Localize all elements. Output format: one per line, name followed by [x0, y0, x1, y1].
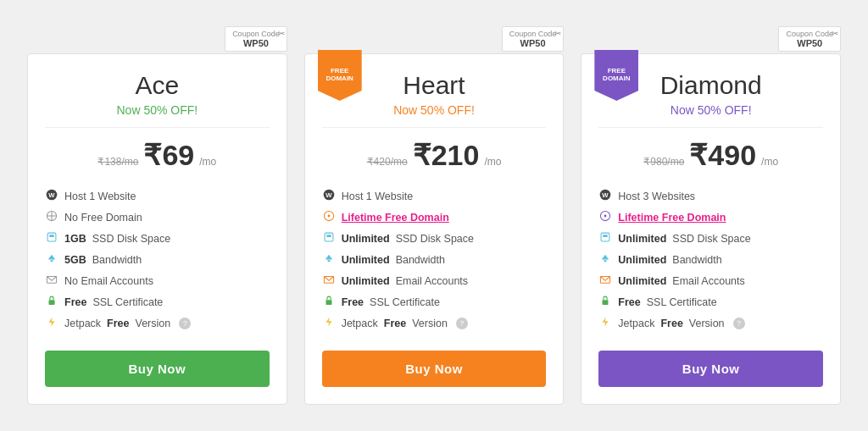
feature-text: SSD Disk Space: [672, 233, 750, 245]
feature-bold-text: Free: [342, 296, 364, 308]
coupon-banner-heart: Coupon CodeWP50✂: [502, 26, 565, 52]
svg-marker-11: [49, 317, 55, 326]
list-item: WHost 3 Websites: [598, 185, 823, 207]
ssl-icon: [322, 295, 336, 309]
bolt-icon: [322, 316, 336, 330]
features-list-diamond: WHost 3 WebsitesLifetime Free DomainUnli…: [598, 185, 823, 334]
list-item: Unlimited SSD Disk Space: [598, 228, 823, 249]
feature-bold-text: Free: [660, 318, 682, 329]
plan-wrapper-ace: Coupon CodeWP50✂AceNow 50% OFF!₹138/mo₹6…: [19, 26, 296, 405]
svg-rect-8: [51, 260, 53, 262]
badge-text: FREEDOMAIN: [326, 68, 353, 83]
no-globe-icon: [45, 210, 58, 224]
svg-marker-29: [602, 255, 609, 260]
plan-card-heart: FREEDOMAINHeartNow 50% OFF!₹420/mo₹210/m…: [304, 53, 565, 405]
feature-text: Host 1 Website: [64, 191, 136, 202]
wp-icon: W: [598, 189, 612, 203]
help-icon[interactable]: ?: [733, 318, 745, 329]
feature-text: Jetpack: [64, 318, 101, 329]
feature-text: Bandwidth: [672, 254, 721, 266]
feature-text: SSL Certificate: [370, 296, 440, 308]
buy-button-diamond[interactable]: Buy Now: [598, 351, 823, 387]
disk-icon: [598, 231, 612, 246]
coupon-code: WP50: [243, 38, 269, 48]
feature-text: Jetpack: [618, 318, 654, 329]
badge-text: FREEDOMAIN: [603, 68, 630, 83]
feature-bold-text: Unlimited: [342, 275, 390, 287]
feature-bold-text: Unlimited: [342, 254, 390, 266]
scissors-icon: ✂: [278, 29, 285, 38]
feature-text: Version: [412, 318, 448, 329]
list-item: Unlimited SSD Disk Space: [322, 228, 547, 249]
svg-point-15: [327, 215, 330, 218]
list-item: Lifetime Free Domain: [598, 207, 823, 228]
list-item: 1GB SSD Disk Space: [45, 228, 270, 249]
help-icon[interactable]: ?: [456, 318, 468, 329]
coupon-banner-diamond: Coupon CodeWP50✂: [778, 26, 841, 52]
list-item: Lifetime Free Domain: [322, 207, 547, 228]
coupon-label: Coupon Code: [509, 30, 557, 38]
svg-rect-28: [604, 235, 609, 237]
bw-icon: [45, 252, 58, 267]
coupon-code: WP50: [520, 38, 546, 48]
list-item: Jetpack Free Version?: [45, 312, 270, 334]
list-item: Unlimited Bandwidth: [598, 249, 823, 270]
svg-rect-32: [603, 300, 609, 305]
domain-purple-icon: [598, 210, 612, 224]
list-item: Free SSL Certificate: [45, 291, 270, 312]
feature-text-lifetime-domain: Lifetime Free Domain: [618, 212, 726, 224]
current-price-diamond: ₹490: [689, 138, 756, 172]
wp-icon: W: [322, 189, 336, 203]
feature-text: Host 1 Website: [342, 191, 414, 202]
list-item: No Free Domain: [45, 207, 270, 228]
feature-text: Email Accounts: [672, 275, 744, 287]
features-list-ace: WHost 1 WebsiteNo Free Domain1GB SSD Dis…: [45, 185, 270, 334]
svg-text:W: W: [48, 191, 55, 199]
feature-text: SSL Certificate: [92, 296, 163, 308]
price-row-heart: ₹420/mo₹210/mo: [322, 138, 547, 172]
buy-button-heart[interactable]: Buy Now: [322, 351, 547, 387]
price-row-ace: ₹138/mo₹69/mo: [45, 138, 270, 172]
feature-bold-text: Free: [384, 318, 406, 329]
plan-card-ace: AceNow 50% OFF!₹138/mo₹69/moWHost 1 Webs…: [27, 53, 287, 405]
original-price-heart: ₹420/mo: [367, 156, 408, 168]
coupon-label: Coupon Code: [232, 30, 280, 38]
divider-diamond: [598, 127, 823, 128]
svg-marker-7: [48, 255, 55, 260]
bw-icon: [598, 252, 612, 267]
svg-rect-21: [326, 300, 331, 305]
feature-bold-text: Free: [618, 296, 640, 308]
help-icon[interactable]: ?: [179, 318, 191, 329]
feature-text: Email Accounts: [396, 275, 468, 287]
no-email-icon: [45, 274, 58, 288]
svg-rect-17: [326, 235, 331, 237]
divider-heart: [322, 127, 547, 128]
feature-text: Host 3 Websites: [618, 191, 695, 202]
feature-text: No Free Domain: [64, 212, 142, 224]
price-row-diamond: ₹980/mo₹490/mo: [598, 138, 823, 172]
svg-marker-18: [325, 255, 331, 260]
current-price-heart: ₹210: [413, 138, 480, 172]
svg-text:W: W: [326, 191, 332, 199]
coupon-code: WP50: [797, 38, 822, 48]
feature-bold-text: Free: [64, 296, 86, 308]
svg-rect-10: [49, 300, 55, 305]
svg-rect-6: [49, 235, 54, 237]
plan-wrapper-diamond: Coupon CodeWP50✂FREEDOMAINDiamondNow 50%…: [572, 26, 849, 405]
plan-wrapper-heart: Coupon CodeWP50✂FREEDOMAINHeartNow 50% O…: [296, 26, 573, 405]
coupon-label: Coupon Code: [786, 30, 833, 38]
feature-bold-text: 5GB: [64, 254, 86, 266]
list-item: Unlimited Email Accounts: [598, 270, 823, 291]
feature-text: SSD Disk Space: [92, 233, 170, 245]
current-price-ace: ₹69: [143, 138, 194, 172]
plan-card-diamond: FREEDOMAINDiamondNow 50% OFF!₹980/mo₹490…: [581, 53, 841, 405]
buy-button-ace[interactable]: Buy Now: [45, 351, 270, 387]
scissors-icon: ✂: [554, 29, 561, 38]
feature-text: Version: [689, 318, 725, 329]
feature-bold-text: Unlimited: [618, 254, 666, 266]
plan-name-ace: Ace: [45, 71, 270, 100]
feature-text: SSL Certificate: [647, 296, 717, 308]
list-item: Unlimited Bandwidth: [322, 249, 547, 270]
wp-icon: W: [45, 189, 58, 203]
features-list-heart: WHost 1 WebsiteLifetime Free DomainUnlim…: [322, 185, 547, 334]
